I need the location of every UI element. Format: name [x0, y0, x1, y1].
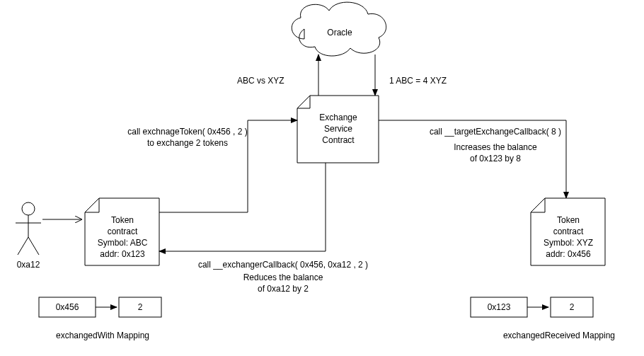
- token-abc-line1: Token: [111, 215, 134, 225]
- left-map-key: 0x456: [56, 302, 79, 312]
- center-call-line3: of 0xa12 by 2: [258, 284, 309, 294]
- oracle-query-label: ABC vs XYZ: [237, 76, 284, 86]
- actor-figure: 0xa12: [16, 202, 41, 270]
- left-mapping: 0x456 2 exchangedWith Mapping: [39, 297, 161, 340]
- actor-label: 0xa12: [17, 260, 40, 270]
- svg-line-6: [28, 237, 39, 255]
- oracle-cloud: Oracle: [292, 2, 386, 56]
- oracle-rate-label: 1 ABC = 4 XYZ: [389, 76, 447, 86]
- exchange-label-3: Contract: [322, 135, 355, 145]
- oracle-label: Oracle: [327, 28, 352, 38]
- exchange-label-1: Exchange: [319, 113, 357, 122]
- token-abc-line2: contract: [108, 226, 138, 236]
- left-call-line1: call exchnageToken( 0x456 , 2 ): [127, 127, 247, 137]
- exchange-label-2: Service: [324, 124, 352, 134]
- center-call-line2: Reduces the balance: [243, 272, 323, 282]
- right-map-val: 2: [570, 302, 575, 312]
- right-map-key: 0x123: [488, 302, 511, 312]
- center-call-line1: call __exchangerCallback( 0x456, 0xa12 ,…: [198, 260, 368, 270]
- token-xyz-line3: Symbol: XYZ: [544, 238, 593, 248]
- right-call-line2: Increases the balance: [454, 142, 537, 152]
- right-call-line3: of 0x123 by 8: [470, 154, 521, 163]
- exchange-contract-node: Exchange Service Contract: [297, 96, 379, 163]
- token-xyz-line1: Token: [557, 215, 580, 225]
- right-call-line1: call __targetExchangeCallback( 8 ): [430, 127, 561, 137]
- left-map-val: 2: [138, 302, 143, 312]
- token-abc-line3: Symbol: ABC: [98, 238, 148, 248]
- token-xyz-line2: contract: [553, 226, 584, 236]
- svg-point-2: [22, 202, 35, 215]
- right-mapping: 0x123 2 exchangedReceived Mapping: [471, 297, 615, 340]
- left-map-caption: exchangedWith Mapping: [56, 331, 149, 340]
- token-abc-node: Token contract Symbol: ABC addr: 0x123: [85, 198, 159, 265]
- svg-line-5: [18, 237, 28, 255]
- right-map-caption: exchangedReceived Mapping: [503, 331, 615, 340]
- token-xyz-node: Token contract Symbol: XYZ addr: 0x456: [531, 198, 605, 265]
- token-abc-line4: addr: 0x123: [100, 249, 145, 259]
- arrow-exchange-to-tokenabc: [159, 163, 326, 251]
- token-xyz-line4: addr: 0x456: [546, 249, 591, 259]
- left-call-line2: to exchange 2 tokens: [147, 138, 228, 148]
